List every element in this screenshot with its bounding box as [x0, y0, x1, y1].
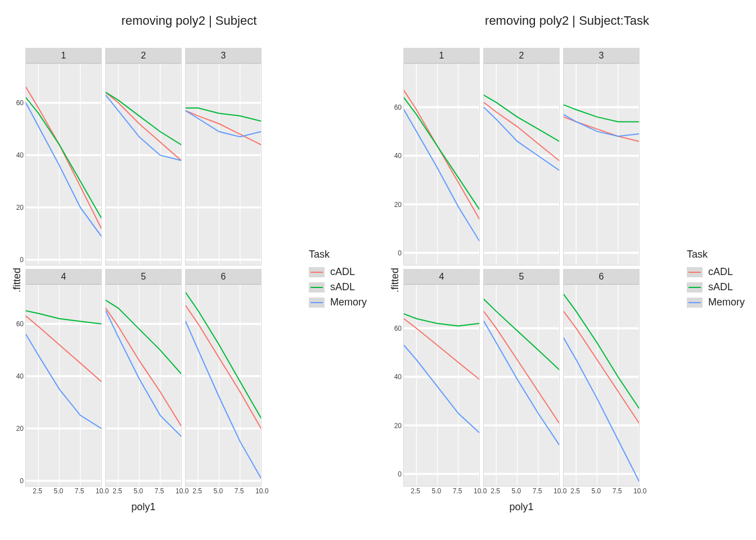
legend-label: cADL	[708, 266, 733, 278]
plot-area: 2.55.07.510.0	[564, 285, 639, 486]
series-line-Memory	[186, 110, 261, 137]
facet-strip: 2	[484, 48, 559, 64]
facet: 52.55.07.510.0	[105, 269, 182, 487]
x-tick-label: 10.0	[633, 487, 646, 495]
x-tick-label: 2.5	[192, 487, 202, 495]
series-line-sADL	[106, 300, 181, 373]
legend-item: sADL	[309, 281, 367, 293]
x-tick-label: 7.5	[75, 487, 84, 495]
y-tick-label: 20	[394, 201, 402, 209]
panel-title: removing poly2 | Subject	[11, 14, 367, 28]
x-tick-label: 7.5	[533, 487, 542, 495]
y-tick-label: 40	[16, 151, 24, 159]
facet: 62.55.07.510.0	[185, 269, 262, 487]
series-line-cADL	[26, 316, 101, 381]
panel-group-1: removing poly2 | Subject:Task.fitted1020…	[389, 11, 745, 529]
legend: TaskcADLsADLMemory	[309, 249, 367, 312]
x-axis-label: poly1	[403, 501, 640, 513]
facet-strip: 4	[404, 269, 479, 285]
legend-swatch	[309, 298, 325, 308]
x-tick-label: 5.0	[54, 487, 64, 495]
y-tick-label: 0	[398, 470, 402, 478]
x-tick-label: 2.5	[570, 487, 580, 495]
legend-swatch	[687, 282, 703, 292]
legend-item: sADL	[687, 281, 745, 293]
x-tick-label: 5.0	[432, 487, 442, 495]
plot-area: 2.55.07.510.0	[186, 285, 261, 486]
legend-swatch	[687, 267, 703, 277]
facet: 10204060	[25, 48, 102, 266]
y-tick-label: 40	[394, 373, 402, 381]
series-line-sADL	[484, 299, 559, 369]
y-tick-label: 60	[16, 320, 24, 328]
legend-swatch	[687, 298, 703, 308]
facet-area: 1020406023402040602.55.07.510.052.55.07.…	[25, 48, 300, 513]
facet: 2	[483, 48, 560, 266]
facet: 10204060	[403, 48, 480, 266]
series-line-cADL	[404, 90, 479, 218]
y-axis-label: .fitted	[389, 268, 401, 292]
plot-area: 0204060	[26, 64, 101, 265]
y-tick-label: 60	[16, 99, 24, 107]
y-tick-label: 40	[394, 152, 402, 160]
y-tick-label: 20	[16, 204, 24, 212]
facet: 62.55.07.510.0	[563, 269, 640, 487]
x-tick-label: 7.5	[235, 487, 244, 495]
x-tick-label: 10.0	[474, 487, 487, 495]
y-tick-label: 20	[16, 425, 24, 433]
facet-strip: 4	[26, 269, 101, 285]
facet-grid: 1020406023402040602.55.07.510.052.55.07.…	[403, 48, 640, 487]
plot-area: 02040602.55.07.510.0	[404, 285, 479, 486]
plot-area	[564, 64, 639, 265]
series-line-sADL	[106, 92, 181, 145]
series-line-sADL	[186, 108, 261, 121]
y-axis-label: .fitted	[11, 268, 23, 292]
plot-area	[106, 64, 181, 265]
x-tick-label: 10.0	[255, 487, 268, 495]
facet: 402040602.55.07.510.0	[25, 269, 102, 487]
legend-label: Memory	[708, 296, 745, 308]
page: removing poly2 | Subject.fitted102040602…	[11, 11, 745, 529]
x-tick-label: 7.5	[453, 487, 462, 495]
facet-area: 1020406023402040602.55.07.510.052.55.07.…	[403, 48, 678, 513]
legend: TaskcADLsADLMemory	[687, 249, 745, 312]
x-tick-label: 5.0	[592, 487, 601, 495]
facet-strip: 3	[186, 48, 261, 64]
legend-label: Memory	[330, 296, 367, 308]
facet: 52.55.07.510.0	[483, 269, 560, 487]
series-line-sADL	[404, 313, 479, 325]
legend-item: cADL	[309, 266, 367, 278]
legend-title: Task	[309, 249, 367, 260]
legend-label: cADL	[330, 266, 355, 278]
x-tick-label: 2.5	[490, 487, 500, 495]
plot-area: 2.55.07.510.0	[106, 285, 181, 486]
y-tick-label: 0	[20, 256, 24, 264]
x-tick-label: 2.5	[33, 487, 42, 495]
x-tick-label: 10.0	[176, 487, 188, 495]
x-tick-label: 7.5	[613, 487, 622, 495]
legend-label: sADL	[708, 281, 733, 293]
series-line-Memory	[106, 310, 181, 436]
series-line-Memory	[404, 109, 479, 240]
series-line-sADL	[564, 294, 639, 408]
series-line-Memory	[564, 338, 639, 481]
series-line-cADL	[484, 102, 559, 160]
facet-strip: 5	[106, 269, 181, 285]
facet-strip: 6	[186, 269, 261, 285]
legend-item: Memory	[687, 296, 745, 308]
legend-title: Task	[687, 249, 745, 260]
panel-group-0: removing poly2 | Subject.fitted102040602…	[11, 11, 367, 529]
y-tick-label: 0	[398, 249, 402, 257]
series-line-Memory	[404, 345, 479, 432]
x-tick-label: 10.0	[554, 487, 566, 495]
facet-strip: 1	[404, 48, 479, 64]
y-tick-label: 60	[394, 325, 402, 332]
facet: 3	[185, 48, 262, 266]
plot-area: 0204060	[404, 64, 479, 265]
plot-area: 2.55.07.510.0	[484, 285, 559, 486]
facet-strip: 2	[106, 48, 181, 64]
series-line-cADL	[106, 308, 181, 425]
x-tick-label: 5.0	[214, 487, 223, 495]
legend-label: sADL	[330, 281, 355, 293]
facet-strip: 1	[26, 48, 101, 64]
